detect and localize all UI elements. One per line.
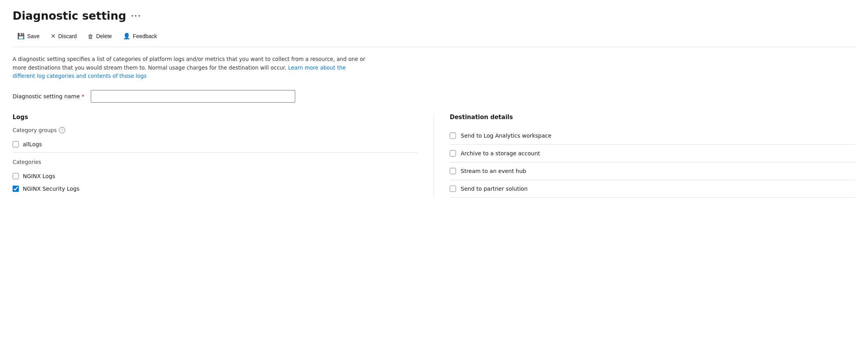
delete-icon: 🗑 bbox=[88, 33, 94, 40]
nginx-security-logs-checkbox[interactable] bbox=[13, 186, 19, 192]
feedback-icon: 👤 bbox=[123, 33, 131, 40]
feedback-button[interactable]: 👤 Feedback bbox=[118, 30, 162, 42]
logs-section-title: Logs bbox=[13, 114, 418, 121]
description-text: A diagnostic setting specifies a list of… bbox=[13, 55, 366, 81]
setting-name-row: Diagnostic setting name * bbox=[13, 90, 855, 103]
log-analytics-label: Send to Log Analytics workspace bbox=[461, 132, 552, 139]
required-indicator: * bbox=[82, 93, 85, 99]
save-button[interactable]: 💾 Save bbox=[13, 30, 44, 42]
log-analytics-checkbox[interactable] bbox=[450, 132, 456, 139]
partner-solution-checkbox[interactable] bbox=[450, 186, 456, 192]
destination-section-title: Destination details bbox=[450, 114, 855, 121]
category-groups-heading: Category groups i bbox=[13, 127, 418, 133]
allLogs-checkbox[interactable] bbox=[13, 141, 19, 147]
event-hub-label: Stream to an event hub bbox=[461, 168, 526, 174]
storage-account-row: Archive to a storage account bbox=[450, 145, 855, 162]
logs-section: Logs Category groups i allLogs Categorie… bbox=[13, 114, 434, 198]
toolbar: 💾 Save ✕ Discard 🗑 Delete 👤 Feedback bbox=[13, 30, 855, 47]
save-icon: 💾 bbox=[17, 33, 25, 40]
event-hub-row: Stream to an event hub bbox=[450, 162, 855, 180]
discard-button[interactable]: ✕ Discard bbox=[46, 30, 81, 42]
logs-divider bbox=[13, 152, 418, 153]
log-analytics-row: Send to Log Analytics workspace bbox=[450, 127, 855, 145]
main-content: Logs Category groups i allLogs Categorie… bbox=[13, 114, 855, 198]
destination-section: Destination details Send to Log Analytic… bbox=[434, 114, 855, 198]
storage-account-checkbox[interactable] bbox=[450, 150, 456, 156]
setting-name-label: Diagnostic setting name * bbox=[13, 93, 85, 99]
nginx-security-logs-row: NGINX Security Logs bbox=[13, 182, 418, 195]
nginx-logs-row: NGINX Logs bbox=[13, 170, 418, 182]
partner-solution-label: Send to partner solution bbox=[461, 186, 528, 192]
category-groups-info-icon[interactable]: i bbox=[59, 127, 65, 133]
allLogs-checkbox-row: allLogs bbox=[13, 138, 418, 151]
nginx-logs-label: NGINX Logs bbox=[23, 173, 55, 179]
event-hub-checkbox[interactable] bbox=[450, 168, 456, 174]
categories-section: Categories NGINX Logs NGINX Security Log… bbox=[13, 159, 418, 195]
discard-icon: ✕ bbox=[51, 33, 56, 40]
delete-button[interactable]: 🗑 Delete bbox=[83, 31, 116, 42]
diagnostic-setting-name-input[interactable] bbox=[91, 90, 295, 103]
partner-solution-row: Send to partner solution bbox=[450, 180, 855, 198]
allLogs-label: allLogs bbox=[23, 141, 42, 147]
storage-account-label: Archive to a storage account bbox=[461, 150, 540, 156]
nginx-security-logs-label: NGINX Security Logs bbox=[23, 186, 79, 192]
page-title: Diagnostic setting ··· bbox=[13, 9, 855, 22]
categories-heading: Categories bbox=[13, 159, 418, 165]
nginx-logs-checkbox[interactable] bbox=[13, 173, 19, 179]
ellipsis-menu[interactable]: ··· bbox=[131, 12, 142, 20]
